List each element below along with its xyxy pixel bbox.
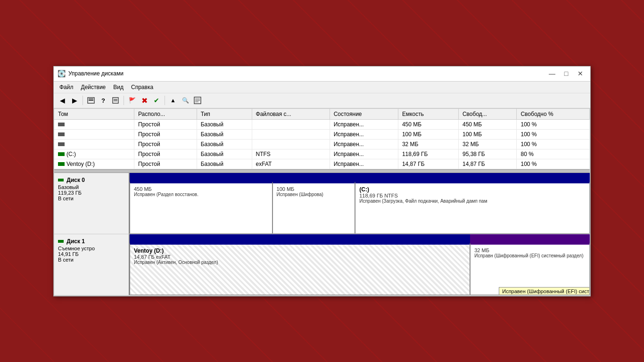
svg-rect-5 [114,100,117,101]
disk1-part-2[interactable]: 32 МБ Исправн (Шифрованный (EFI) системн… [470,243,590,295]
vol-name [54,139,134,149]
disk1-status: В сети [58,257,125,263]
separator-1 [83,96,83,105]
table-row[interactable]: (C:) Простой Базовый NTFS Исправен... 11… [54,149,590,159]
separator-2 [124,96,124,105]
vol-type: Базовый [197,119,252,129]
vol-type: Базовый [197,159,252,169]
maximize-button[interactable]: □ [560,69,572,78]
vol-free: 450 МБ [458,119,517,129]
disk1-bar-2 [470,234,590,243]
vol-capacity: 450 МБ [398,119,458,129]
table-row[interactable]: Простой Базовый Исправен... 450 МБ 450 М… [54,119,590,129]
table-row[interactable]: Простой Базовый Исправен... 32 МБ 32 МБ … [54,139,590,149]
disk0-size: 119,23 ГБ [58,190,125,196]
vol-status: Исправен... [330,149,398,159]
menu-bar: Файл Действие Вид Справка [54,82,590,93]
vol-loc: Простой [134,149,197,159]
separator-3 [165,96,165,105]
vol-free: 14,87 ГБ [458,159,517,169]
svg-rect-4 [114,99,117,100]
col-status[interactable]: Состояние [330,109,398,120]
close-button[interactable]: ✕ [574,69,586,78]
vol-capacity: 14,87 ГБ [398,159,458,169]
up-button[interactable]: ▲ [167,95,179,106]
col-type[interactable]: Тип [197,109,252,120]
disk0-part-1[interactable]: 450 МБ Исправен (Раздел восстанов. [130,181,272,234]
disk-management-window: 💽 Управление дисками — □ ✕ Файл Действие… [53,66,591,296]
search-button[interactable]: 🔍 [180,95,191,106]
disk1-size: 14,91 ГБ [58,251,125,257]
flag-button[interactable]: 🚩 [126,95,138,106]
vol-loc: Простой [134,129,197,139]
edit-button[interactable] [192,95,203,106]
disk0-partitions: 450 МБ Исправен (Раздел восстанов. 100 М… [130,173,590,234]
disk1-info: Диск 1 Съемное устро 14,91 ГБ В сети [54,234,130,295]
table-row[interactable]: Ventoy (D:) Простой Базовый exFAT Исправ… [54,159,590,169]
vol-free: 100 МБ [458,129,517,139]
forward-button[interactable]: ▶ [69,95,80,106]
help-button[interactable]: ? [98,95,109,106]
part-desc: Исправен (Шифрова) [277,192,351,197]
part-name: Ventoy (D:) [134,247,466,254]
vol-loc: Простой [134,139,197,149]
delete-button[interactable]: ✖ [139,95,150,106]
part-name: (C:) [359,186,586,193]
col-free-pct[interactable]: Свободно % [517,109,590,120]
disk1-colorbar [130,234,590,243]
back-button[interactable]: ◀ [57,95,68,106]
vol-capacity: 100 МБ [398,129,458,139]
col-location[interactable]: Располо... [134,109,197,120]
vol-loc: Простой [134,119,197,129]
menu-view[interactable]: Вид [109,82,127,92]
vol-name: (C:) [54,149,134,159]
vol-status: Исправен... [330,129,398,139]
disk0-part-2[interactable]: 100 МБ Исправен (Шифрова) [272,181,355,234]
vol-fs [252,139,330,149]
part-size: 100 МБ [277,186,351,192]
menu-action[interactable]: Действие [77,82,110,92]
svg-rect-2 [89,100,93,101]
vol-type: Базовый [197,129,252,139]
vol-free-pct: 100 % [517,119,590,129]
check-button[interactable]: ✔ [151,95,162,106]
vol-fs [252,119,330,129]
title-bar: 💽 Управление дисками — □ ✕ [54,66,590,82]
menu-file[interactable]: Файл [56,82,77,92]
menu-help[interactable]: Справка [127,82,157,92]
col-capacity[interactable]: Емкость [398,109,458,120]
vol-status: Исправен... [330,119,398,129]
col-filesystem[interactable]: Файловая с... [252,109,330,120]
disk1-bar-1 [130,234,470,243]
disk0-icon [58,179,64,181]
vol-name: Ventoy (D:) [54,159,134,169]
vol-capacity: 32 МБ [398,139,458,149]
vol-name [54,119,134,129]
section-divider [54,169,590,173]
disk0-part-3[interactable]: (C:) 118,69 ГБ NTFS Исправен (Загрузка, … [355,181,590,234]
vol-free-pct: 80 % [517,149,590,159]
vol-type: Базовый [197,149,252,159]
tooltip-box: Исправен (Шифрованный (EFI) системный ра… [499,287,590,295]
properties-button[interactable] [110,95,121,106]
disk-view-button[interactable] [85,95,97,106]
disk0-status: В сети [58,196,125,201]
vol-free-pct: 100 % [517,129,590,139]
disk0-bar-1 [130,173,272,181]
part-size: 14,87 ГБ exFAT [134,254,466,260]
minimize-button[interactable]: — [546,69,558,78]
window-title: Управление дисками [68,70,124,77]
vol-free: 95,38 ГБ [458,149,517,159]
disk0-parts-row: 450 МБ Исправен (Раздел восстанов. 100 М… [130,181,590,234]
col-volume[interactable]: Том [54,109,134,120]
vol-free-pct: 100 % [517,139,590,149]
part-desc: Исправен (Загрузка, Файл подкачки, Авари… [359,198,586,204]
col-free[interactable]: Свобод... [458,109,517,120]
table-row[interactable]: Простой Базовый Исправен... 100 МБ 100 М… [54,129,590,139]
part-desc: Исправен (Активен, Основной раздел) [134,260,466,265]
disk1-part-1[interactable]: Ventoy (D:) 14,87 ГБ exFAT Исправен (Акт… [130,243,470,295]
disk1-section: Диск 1 Съемное устро 14,91 ГБ В сети Ven… [54,234,590,296]
part-size: 450 МБ [134,186,268,192]
vol-status: Исправен... [330,139,398,149]
vol-free: 32 МБ [458,139,517,149]
